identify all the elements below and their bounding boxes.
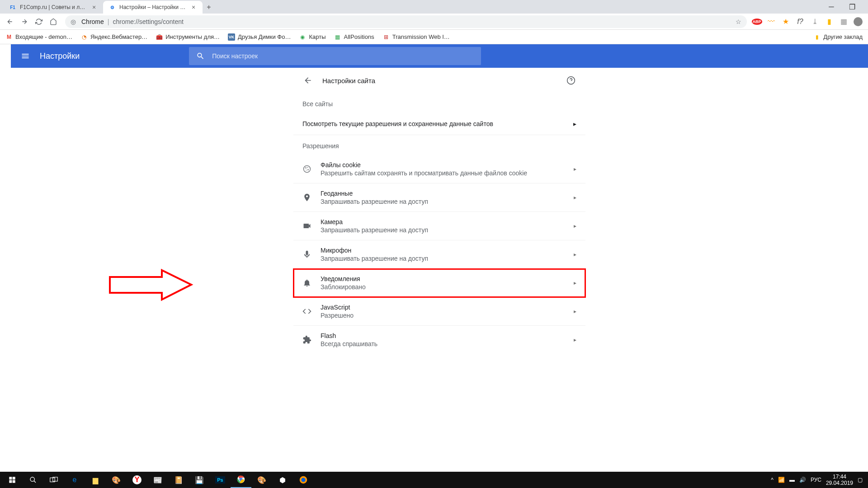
bookmark-item[interactable]: 🧰Инструменты для… <box>156 33 220 41</box>
app-icon[interactable]: 💾 <box>189 472 210 488</box>
forward-button[interactable] <box>18 15 31 28</box>
reload-button[interactable] <box>33 15 45 28</box>
menu-button[interactable] <box>18 49 33 63</box>
view-permissions-link[interactable]: Посмотреть текущие разрешения и сохранен… <box>293 113 585 135</box>
chevron-right-icon: ▸ <box>574 166 576 172</box>
back-button[interactable] <box>4 15 16 28</box>
permission-javascript[interactable]: JavaScriptРазрешено ▸ <box>293 297 585 326</box>
app-icon[interactable]: ⬢ <box>272 472 293 488</box>
camera-icon <box>302 221 311 230</box>
perm-subtitle: Запрашивать разрешение на доступ <box>321 226 428 234</box>
perm-subtitle: Всегда спрашивать <box>321 340 377 347</box>
vk-icon: VK <box>228 33 235 41</box>
home-button[interactable] <box>47 15 60 28</box>
bookmark-label: Карты <box>309 33 326 40</box>
chevron-right-icon: ▸ <box>574 337 576 343</box>
abp-icon[interactable]: ABP <box>752 17 761 26</box>
battery-icon[interactable]: ▬ <box>789 477 795 483</box>
bookmark-star-icon[interactable]: ★ <box>781 17 790 26</box>
app-icon[interactable]: 🎨 <box>251 472 272 488</box>
maximize-button[interactable]: ❐ <box>842 0 863 14</box>
perm-title: JavaScript <box>321 304 354 311</box>
bookmark-label: Входящие - demon… <box>15 33 72 40</box>
search-settings[interactable] <box>189 47 481 65</box>
browser-tab[interactable]: ⚙ Настройки – Настройки сайта × <box>103 1 203 14</box>
other-bookmarks[interactable]: ▮Другие заклад <box>813 33 863 41</box>
task-view-icon[interactable] <box>43 472 64 488</box>
help-button[interactable] <box>566 75 576 86</box>
app-icon[interactable]: 📔 <box>168 472 189 488</box>
settings-header: Настройки <box>11 44 868 68</box>
apps-icon[interactable]: ▦ <box>839 17 848 26</box>
close-icon[interactable]: × <box>190 4 197 11</box>
svg-rect-8 <box>9 480 12 483</box>
bookmark-item[interactable]: ⊞Transmission Web I… <box>382 33 450 41</box>
location-icon <box>302 193 311 202</box>
bookmark-label: Друзья Димки Фо… <box>238 33 291 40</box>
profile-avatar[interactable] <box>854 17 863 26</box>
bookmark-label: Инструменты для… <box>165 33 220 40</box>
firefox-icon[interactable] <box>293 472 314 488</box>
chrome-icon[interactable] <box>231 472 251 488</box>
perm-title: Файлы cookie <box>321 161 527 169</box>
star-icon[interactable]: ☆ <box>736 18 741 25</box>
wifi-icon[interactable]: 📶 <box>778 477 785 483</box>
permission-notifications[interactable]: УведомленияЗаблокировано ▸ <box>293 269 585 297</box>
navigation-bar: ◎ Chrome | chrome://settings/content ☆ A… <box>0 14 868 30</box>
back-arrow-button[interactable] <box>302 75 313 86</box>
chevron-right-icon: ▸ <box>573 120 576 127</box>
permission-cookies[interactable]: Файлы cookieРазрешить сайтам сохранять и… <box>293 155 585 183</box>
svg-point-10 <box>30 477 34 481</box>
clock[interactable]: 17:44 29.04.2019 <box>826 474 853 487</box>
folder-icon: ▮ <box>813 33 821 41</box>
chrome-logo-icon: ◎ <box>71 18 78 25</box>
photoshop-icon[interactable]: Ps <box>210 472 231 488</box>
bookmark-label: Transmission Web I… <box>392 33 450 40</box>
font-icon[interactable]: f? <box>796 17 805 26</box>
minimize-button[interactable]: ─ <box>821 0 842 14</box>
allpositions-icon: ▦ <box>334 33 341 41</box>
volume-icon[interactable]: 🔊 <box>799 477 806 483</box>
yandex-icon[interactable]: Y <box>127 472 147 488</box>
bookmark-item[interactable]: ▦AllPositions <box>334 33 374 41</box>
mic-icon <box>302 250 311 259</box>
rss-icon[interactable]: 〰 <box>767 17 776 26</box>
bookmark-item[interactable]: ◉Карты <box>299 33 326 41</box>
new-tab-button[interactable]: + <box>203 1 215 14</box>
tray-expand-icon[interactable]: ^ <box>771 477 774 483</box>
permission-microphone[interactable]: МикрофонЗапрашивать разрешение на доступ… <box>293 240 585 269</box>
code-icon <box>302 307 311 316</box>
tab-bar: F1 F1Comp.ru | Советы и лайфхаки × ⚙ Нас… <box>0 0 868 14</box>
start-button[interactable] <box>2 472 23 488</box>
perm-subtitle: Заблокировано <box>321 283 366 291</box>
download-icon[interactable]: ⤓ <box>810 17 819 26</box>
address-bar[interactable]: ◎ Chrome | chrome://settings/content ☆ <box>65 15 747 28</box>
app-icon[interactable]: 🎨 <box>106 472 127 488</box>
permission-location[interactable]: ГеоданныеЗапрашивать разрешение на досту… <box>293 183 585 212</box>
bookmark-item[interactable]: VKДрузья Димки Фо… <box>228 33 291 41</box>
page-title: Настройки сайта <box>322 77 375 84</box>
notifications-tray-icon[interactable]: ▢ <box>858 477 863 483</box>
explorer-icon[interactable]: ▆ <box>85 472 106 488</box>
browser-tab[interactable]: F1 F1Comp.ru | Советы и лайфхаки × <box>4 1 103 14</box>
app-icon[interactable]: 📰 <box>147 472 168 488</box>
bookmark-item[interactable]: ◔Яндекс.Вебмастер… <box>80 33 147 41</box>
close-icon[interactable]: × <box>90 4 98 11</box>
flag-icon[interactable]: ▮ <box>825 17 834 26</box>
bookmarks-bar: MВходящие - demon… ◔Яндекс.Вебмастер… 🧰И… <box>0 30 868 44</box>
search-taskbar-icon[interactable] <box>23 472 43 488</box>
language-indicator[interactable]: РУС <box>811 477 821 483</box>
bookmark-label: Яндекс.Вебмастер… <box>90 33 147 40</box>
permission-flash[interactable]: FlashВсегда спрашивать ▸ <box>293 326 585 354</box>
date: 29.04.2019 <box>826 480 853 486</box>
url-path: chrome://settings/content <box>113 18 183 25</box>
settings-card: Настройки сайта Все сайты Посмотреть тек… <box>293 68 585 472</box>
chevron-right-icon: ▸ <box>574 223 576 229</box>
svg-rect-6 <box>9 477 12 479</box>
url-prefix: Chrome <box>81 18 104 25</box>
close-window-button[interactable] <box>863 0 868 14</box>
edge-icon[interactable]: e <box>64 472 85 488</box>
search-input[interactable] <box>212 52 474 60</box>
permission-camera[interactable]: КамераЗапрашивать разрешение на доступ ▸ <box>293 212 585 240</box>
bookmark-item[interactable]: MВходящие - demon… <box>5 33 72 41</box>
